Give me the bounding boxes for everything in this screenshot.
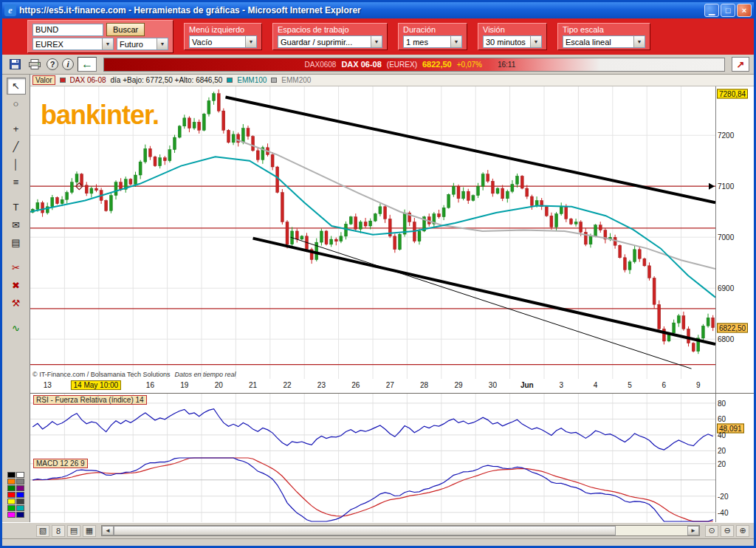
chevron-down-icon[interactable]: ▼ <box>245 36 256 47</box>
chevron-down-icon[interactable]: ▼ <box>371 36 382 47</box>
palette-color[interactable] <box>7 479 16 484</box>
search-input[interactable] <box>32 24 103 36</box>
cursor-tool[interactable]: ↖ <box>7 78 26 95</box>
titlebar[interactable]: e https://es5.it-finance.com - Herramien… <box>2 2 754 18</box>
delete-all-tool[interactable]: ✖ <box>7 277 26 294</box>
palette-color[interactable] <box>16 485 24 491</box>
rsi-axis-label: 40 <box>718 431 726 439</box>
price-axis-label: 7200 <box>718 131 734 140</box>
vertical-line-tool[interactable]: │ <box>7 156 26 173</box>
chevron-down-icon[interactable]: ▼ <box>450 36 461 47</box>
palette-color[interactable] <box>7 472 16 478</box>
chevron-down-icon[interactable]: ▼ <box>530 36 541 47</box>
palette-color[interactable] <box>16 492 24 498</box>
trendline-tool[interactable]: ╱ <box>7 138 26 155</box>
chevron-down-icon[interactable]: ▼ <box>157 38 168 49</box>
search-button[interactable]: Buscar <box>106 23 145 36</box>
legend-emm200: EMM200 <box>281 76 311 84</box>
scroll-right-icon[interactable]: ► <box>687 526 699 535</box>
internet-explorer-icon: e <box>4 4 16 16</box>
minimize-button[interactable]: ▁ <box>704 4 719 17</box>
time-axis-label: 16 <box>146 381 154 389</box>
left-menu-value: Vacío <box>192 38 212 47</box>
text-tool[interactable]: T <box>7 199 26 216</box>
time-axis[interactable]: 1314 May 10:001619202122232627282930Jun3… <box>30 379 715 393</box>
close-button[interactable]: × <box>737 4 752 17</box>
macd-axis-label: -20 <box>718 492 728 500</box>
chart-page-icon[interactable]: ▤ <box>67 525 80 537</box>
notes-tool[interactable]: ▤ <box>7 234 26 251</box>
macd-axis-label: -40 <box>718 508 728 516</box>
back-to-chart-icon[interactable]: ← <box>78 57 97 72</box>
zoom-reset-icon[interactable]: ⊙ <box>705 525 718 537</box>
workspaces-label: Espacios de trabajo <box>278 25 382 34</box>
info-icon[interactable]: i <box>62 58 74 70</box>
market-select[interactable]: EUREX▼ <box>32 38 114 50</box>
market-select-value: EUREX <box>35 40 63 49</box>
indicator-tool[interactable]: ∿ <box>7 320 26 337</box>
chart-legend: Valor DAX 06-08 día +Bajo: 6772,50 +Alto… <box>30 75 754 86</box>
scroll-left-icon[interactable]: ◄ <box>102 526 114 535</box>
palette-color[interactable] <box>7 512 16 518</box>
zoom-tool[interactable]: ○ <box>7 95 26 112</box>
erase-tool[interactable]: ✂ <box>7 259 26 276</box>
bankinter-watermark: bankinter. <box>41 100 159 131</box>
scale-select[interactable]: Escala lineal▼ <box>563 35 645 48</box>
chevron-down-icon[interactable]: ▼ <box>633 36 645 47</box>
macd-panel[interactable]: MACD 12 26 9 <box>30 457 715 522</box>
scrollbar-thumb[interactable] <box>114 526 616 535</box>
scale-panel: Tipo escala Escala lineal▼ <box>557 23 650 50</box>
zoom-out-icon[interactable]: ⊖ <box>721 525 734 537</box>
vision-select[interactable]: 30 minutos▼ <box>483 35 542 48</box>
left-menu-select[interactable]: Vacío▼ <box>189 35 257 48</box>
bottom-toolbar: ▧8▤▦ ◄ ► ⊙⊖⊕ <box>2 522 754 538</box>
settings-tool[interactable]: ⚒ <box>7 295 26 312</box>
palette-color[interactable] <box>7 485 16 491</box>
chart-scrollbar[interactable]: ◄ ► <box>101 525 700 536</box>
save-icon[interactable] <box>7 57 23 72</box>
palette-color[interactable] <box>16 472 24 478</box>
print-icon[interactable] <box>27 57 43 72</box>
chevron-down-icon[interactable]: ▼ <box>102 38 113 49</box>
palette-color[interactable] <box>16 499 24 504</box>
ticker-change: +0,07% <box>457 61 482 69</box>
detach-chart-icon[interactable]: ↗ <box>732 57 749 72</box>
palette-color[interactable] <box>16 512 24 518</box>
indicator-list-icon[interactable]: ▧ <box>36 525 49 537</box>
rsi-panel[interactable]: RSI - Fuerza Relativa (índice) 14 <box>30 394 715 457</box>
palette-color[interactable] <box>7 492 16 498</box>
linked-quotes-icon[interactable]: 8 <box>52 525 65 537</box>
time-axis-label: 28 <box>420 381 428 389</box>
palette-color[interactable] <box>16 479 24 484</box>
price-chart-plot[interactable]: bankinter. © IT-Finance.com / Bolsamania… <box>30 86 715 379</box>
data-table-icon[interactable]: ▦ <box>83 525 96 537</box>
palette-color[interactable] <box>7 499 16 504</box>
rsi-label: RSI - Fuerza Relativa (índice) 14 <box>33 395 147 405</box>
palette-color[interactable] <box>16 505 24 511</box>
time-axis-label: 4 <box>594 381 598 389</box>
instrument-select[interactable]: Futuro▼ <box>117 38 168 50</box>
price-axis-label: 7000 <box>718 233 734 242</box>
duration-select[interactable]: 1 mes▼ <box>403 35 462 48</box>
price-axis[interactable]: 7280,8472007100700069006822,506800 <box>715 86 754 379</box>
zoom-in-icon[interactable]: ⊕ <box>736 525 749 537</box>
emm200-swatch <box>271 78 277 83</box>
rsi-axis-label: 80 <box>718 399 726 407</box>
macd-axis[interactable]: 20-20-40 <box>715 457 754 522</box>
fibonacci-tool[interactable]: ≡ <box>7 174 26 191</box>
copyright-text: © IT-Finance.com / Bolsamania Tech Solut… <box>32 371 171 378</box>
palette-color[interactable] <box>7 505 16 511</box>
comment-tool[interactable]: ✉ <box>7 216 26 233</box>
point-line-tool[interactable]: + <box>7 120 26 137</box>
price-axis-label: 6800 <box>718 335 734 343</box>
workspaces-panel: Espacios de trabajo Guardar / suprimir..… <box>272 23 388 50</box>
maximize-button[interactable]: □ <box>721 4 735 17</box>
main-toolbar: Buscar EUREX▼ Futuro▼ Menú izquierdo Vac… <box>2 18 754 55</box>
rsi-axis[interactable]: 48,091 80604020 <box>715 394 754 457</box>
time-axis-label: 27 <box>386 381 394 389</box>
help-icon[interactable]: ? <box>47 58 58 70</box>
macd-canvas[interactable] <box>30 457 715 522</box>
time-axis-label: 13 <box>44 381 52 389</box>
workspaces-select[interactable]: Guardar / suprimir...▼ <box>278 35 382 48</box>
time-axis-label: 5 <box>628 381 632 389</box>
